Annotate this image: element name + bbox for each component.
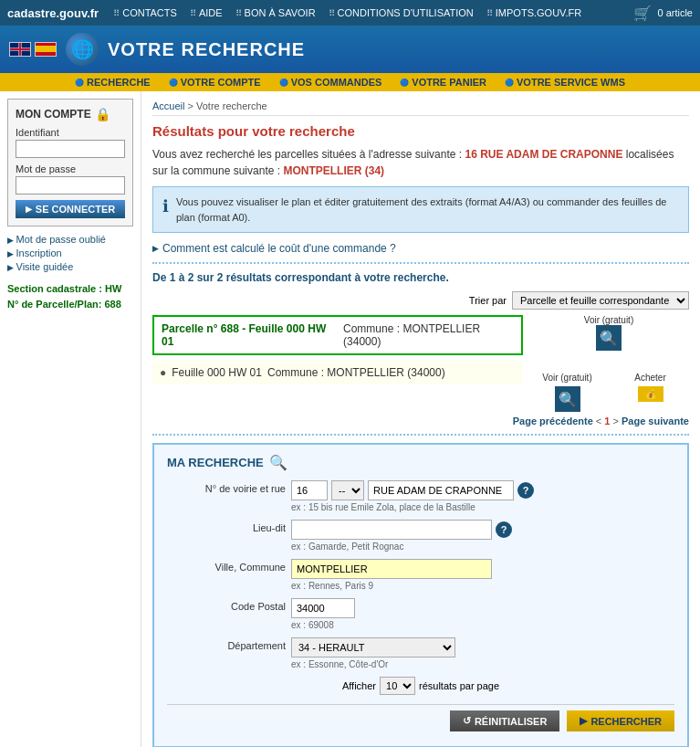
voirie-number-input[interactable] [291,480,328,500]
lieu-dit-hint: ex : Gamarde, Petit Rognac [291,542,674,552]
rechercher-button[interactable]: ▶ RECHERCHER [567,710,674,731]
comment-link[interactable]: Comment est calculé le coût d'une comman… [152,242,689,255]
pagination-bracket-close: > [613,416,622,426]
results-count: De 1 à 2 sur 2 résultats correspondant à… [152,271,689,284]
breadcrumb-separator: > [188,100,196,111]
feuille-text: Feuille 000 HW 01 [172,366,262,379]
lieu-dit-input[interactable] [291,520,492,540]
breadcrumb-current: Votre recherche [196,100,267,111]
next-page[interactable]: Page suivante [622,416,689,426]
voir-acheter-row: Voir (gratuit) 🔍 Acheter 💰 [528,373,689,412]
nav-impots[interactable]: IMPOTS.GOUV.FR [486,7,581,18]
parcel-text-1: Parcelle n° 688 - Feuille 000 HW 01 [162,322,334,348]
section-line1: Section cadastrale : HW [7,281,133,297]
acheter-button[interactable]: 💰 [638,386,663,402]
ma-recherche-box: MA RECHERCHE 🔍 N° de voirie et rue -- ? … [152,443,689,747]
reinit-label: RÉINITIALISER [475,716,547,727]
lock-icon: 🔒 [95,107,110,121]
voirie-name-input[interactable] [368,480,514,500]
lieu-dit-inputs: ? ex : Gamarde, Petit Rognac [291,520,674,552]
mot-de-passe-input[interactable] [16,176,125,195]
code-postal-label: Code Postal [167,598,286,612]
globe-icon: 🌐 [66,33,99,66]
top-nav-links: CONTACTS AIDE BON À SAVOIR CONDITIONS D'… [113,7,633,18]
site-logo[interactable]: cadastre.gouv.fr [7,6,99,20]
address-commune: MONTPELLIER (34) [283,164,384,177]
results-title: Résultats pour votre recherche [152,123,689,139]
subnav-vos-commandes[interactable]: VOS COMMANDES [279,77,382,88]
departement-row: Département 34 - HERAULT ex : Essonne, C… [167,637,674,669]
sidebar-link-visite[interactable]: Visite guidée [7,261,133,272]
header-title: VOTRE RECHERCHE [108,39,305,60]
nav-aide[interactable]: AIDE [190,7,223,18]
subnav-wms[interactable]: VOTRE SERVICE WMS [505,77,625,88]
voir-gratuit-col-1: Voir (gratuit) 🔍 [570,315,648,351]
lieu-dit-help-icon[interactable]: ? [496,521,512,538]
departement-inputs: 34 - HERAULT ex : Essonne, Côte-d'Or [291,637,674,669]
results-with-actions: Parcelle n° 688 - Feuille 000 HW 01 Comm… [152,315,689,412]
rechercher-label: RECHERCHER [590,716,662,727]
voir-gratuit-button-1[interactable]: 🔍 [596,325,622,351]
info-icon: ℹ [162,195,169,219]
cart-area[interactable]: 🛒 0 article [633,5,693,22]
flag-uk[interactable] [9,42,31,57]
cart-icon: 🛒 [633,5,652,22]
ville-label: Ville, Commune [167,559,286,573]
departement-hint: ex : Essonne, Côte-d'Or [291,659,674,669]
identifiant-label: Identifiant [16,127,125,138]
mot-de-passe-label: Mot de passe [16,163,125,174]
acheter-label: Acheter [634,373,665,383]
voir-gratuit-button-2[interactable]: 🔍 [555,386,580,412]
departement-input-row: 34 - HERAULT [291,637,674,658]
sidebar-link-inscription[interactable]: Inscription [7,247,133,258]
flag-es[interactable] [35,42,57,57]
se-connecter-button[interactable]: SE CONNECTER [16,200,125,218]
ville-input-row [291,559,674,579]
voirie-hint: ex : 15 bis rue Emile Zola, place de la … [291,502,674,512]
afficher-suffix: résultats par page [419,680,499,691]
departement-select[interactable]: 34 - HERAULT [291,637,455,658]
code-postal-input[interactable] [291,598,355,618]
voirie-inputs: -- ? ex : 15 bis rue Emile Zola, place d… [291,480,674,512]
ville-hint: ex : Rennes, Paris 9 [291,581,674,591]
acheter-col: Acheter 💰 [611,373,689,402]
voirie-sep-select[interactable]: -- [331,480,364,500]
reinit-button[interactable]: ↺ RÉINITIALISER [450,710,559,731]
info-box: ℹ Vous pouvez visualiser le plan et édit… [152,186,689,233]
cart-label: 0 article [657,7,693,18]
code-postal-row: Code Postal ex : 69008 [167,598,674,630]
ville-inputs: ex : Rennes, Paris 9 [291,559,674,591]
main-content: Accueil > Votre recherche Résultats pour… [141,91,700,747]
afficher-select[interactable]: 10 20 50 [380,677,415,695]
mot-de-passe-group: Mot de passe [16,163,125,195]
pagination-bracket-open: < [596,416,604,426]
voirie-label: N° de voirie et rue [167,480,286,494]
subnav-votre-compte[interactable]: VOTRE COMPTE [169,77,261,88]
divider-1 [152,262,689,264]
sort-bar: Trier par Parcelle et feuille correspond… [152,291,689,310]
nav-bon-a-savoir[interactable]: BON À SAVOIR [235,7,316,18]
nav-contacts[interactable]: CONTACTS [113,7,177,18]
current-page: 1 [604,416,610,426]
sidebar-link-mot-de-passe[interactable]: Mot de passe oublié [7,234,133,245]
voir-gratuit-col-2: Voir (gratuit) 🔍 [528,373,606,412]
code-postal-input-row [291,598,674,618]
commune-text-2: Commune : MONTPELLIER (34000) [267,366,445,379]
identifiant-input[interactable] [16,140,125,158]
reinit-icon: ↺ [463,715,471,727]
header-band: 🌐 VOTRE RECHERCHE [0,26,700,73]
sort-select[interactable]: Parcelle et feuille correspondante [512,291,689,310]
address-description: Vous avez recherché les parcelles située… [152,146,689,179]
flag-icons [9,42,57,57]
mon-compte-title: MON COMPTE 🔒 [16,107,125,121]
voirie-help-icon[interactable]: ? [517,482,534,499]
subnav-recherche[interactable]: RECHERCHE [75,77,151,88]
ville-input[interactable] [291,559,492,579]
prev-page[interactable]: Page précédente [513,416,593,426]
commune-text-1: Commune : MONTPELLIER (34000) [343,322,514,348]
subnav-votre-panier[interactable]: VOTRE PANIER [400,77,486,88]
nav-conditions[interactable]: CONDITIONS D'UTILISATION [329,7,474,18]
address-street: 16 RUE ADAM DE CRAPONNE [465,148,622,161]
breadcrumb-home[interactable]: Accueil [152,100,184,111]
breadcrumb: Accueil > Votre recherche [152,97,689,116]
